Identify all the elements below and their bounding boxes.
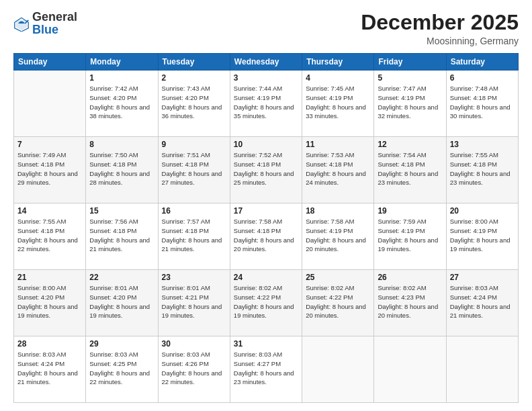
- col-wednesday: Wednesday: [230, 54, 302, 71]
- day-info: Sunrise: 8:03 AMSunset: 4:27 PMDaylight:…: [234, 350, 298, 387]
- day-info: Sunrise: 8:03 AMSunset: 4:26 PMDaylight:…: [162, 350, 226, 387]
- table-row: 13Sunrise: 7:55 AMSunset: 4:18 PMDayligh…: [446, 137, 518, 203]
- col-thursday: Thursday: [302, 54, 374, 71]
- day-number: 2: [162, 73, 226, 83]
- table-row: 23Sunrise: 8:01 AMSunset: 4:21 PMDayligh…: [158, 270, 230, 336]
- calendar-page: General Blue December 2025 Moosinning, G…: [0, 0, 532, 411]
- table-row: [302, 336, 374, 403]
- day-number: 22: [89, 273, 154, 282]
- table-row: 9Sunrise: 7:51 AMSunset: 4:18 PMDaylight…: [158, 137, 230, 203]
- day-number: 1: [89, 73, 154, 83]
- day-number: 6: [450, 73, 515, 83]
- day-number: 29: [89, 339, 154, 349]
- table-row: [446, 336, 518, 403]
- day-number: 30: [162, 339, 226, 349]
- day-info: Sunrise: 8:03 AMSunset: 4:25 PMDaylight:…: [89, 350, 154, 387]
- day-number: 21: [17, 273, 82, 282]
- month-title: December 2025: [361, 11, 519, 34]
- day-number: 12: [378, 140, 442, 149]
- day-info: Sunrise: 7:52 AMSunset: 4:18 PMDaylight:…: [234, 150, 298, 187]
- day-number: 28: [17, 339, 82, 349]
- day-info: Sunrise: 8:03 AMSunset: 4:24 PMDaylight:…: [450, 283, 515, 320]
- day-number: 15: [89, 206, 154, 216]
- table-row: 4Sunrise: 7:45 AMSunset: 4:19 PMDaylight…: [302, 71, 374, 137]
- table-row: [374, 336, 446, 403]
- table-row: [14, 71, 86, 137]
- day-number: 4: [306, 73, 370, 83]
- table-row: 8Sunrise: 7:50 AMSunset: 4:18 PMDaylight…: [86, 137, 158, 203]
- day-info: Sunrise: 7:42 AMSunset: 4:20 PMDaylight:…: [89, 84, 154, 121]
- day-info: Sunrise: 8:02 AMSunset: 4:22 PMDaylight:…: [306, 283, 370, 320]
- day-info: Sunrise: 7:56 AMSunset: 4:18 PMDaylight:…: [89, 217, 154, 254]
- day-number: 5: [378, 73, 442, 83]
- calendar-table: Sunday Monday Tuesday Wednesday Thursday…: [13, 53, 519, 403]
- day-number: 19: [378, 206, 442, 216]
- day-number: 24: [234, 273, 298, 282]
- day-number: 10: [234, 140, 298, 149]
- day-info: Sunrise: 7:55 AMSunset: 4:18 PMDaylight:…: [450, 150, 515, 187]
- table-row: 3Sunrise: 7:44 AMSunset: 4:19 PMDaylight…: [230, 71, 302, 137]
- header: General Blue December 2025 Moosinning, G…: [13, 11, 519, 46]
- day-number: 18: [306, 206, 370, 216]
- title-block: December 2025 Moosinning, Germany: [361, 11, 519, 46]
- day-number: 31: [234, 339, 298, 349]
- day-info: Sunrise: 8:03 AMSunset: 4:24 PMDaylight:…: [17, 350, 82, 387]
- table-row: 2Sunrise: 7:43 AMSunset: 4:20 PMDaylight…: [158, 71, 230, 137]
- calendar-week-row: 14Sunrise: 7:55 AMSunset: 4:18 PMDayligh…: [14, 203, 519, 270]
- table-row: 30Sunrise: 8:03 AMSunset: 4:26 PMDayligh…: [158, 336, 230, 403]
- day-info: Sunrise: 7:50 AMSunset: 4:18 PMDaylight:…: [89, 150, 154, 187]
- day-number: 26: [378, 273, 442, 282]
- table-row: 17Sunrise: 7:58 AMSunset: 4:18 PMDayligh…: [230, 203, 302, 270]
- day-info: Sunrise: 7:43 AMSunset: 4:20 PMDaylight:…: [162, 84, 226, 121]
- calendar-week-row: 28Sunrise: 8:03 AMSunset: 4:24 PMDayligh…: [14, 336, 519, 403]
- day-info: Sunrise: 7:54 AMSunset: 4:18 PMDaylight:…: [378, 150, 442, 187]
- table-row: 21Sunrise: 8:00 AMSunset: 4:20 PMDayligh…: [14, 270, 86, 336]
- day-info: Sunrise: 8:02 AMSunset: 4:22 PMDaylight:…: [234, 283, 298, 320]
- col-friday: Friday: [374, 54, 446, 71]
- day-number: 16: [162, 206, 226, 216]
- day-info: Sunrise: 8:01 AMSunset: 4:21 PMDaylight:…: [162, 283, 226, 320]
- day-info: Sunrise: 7:57 AMSunset: 4:18 PMDaylight:…: [162, 217, 226, 254]
- day-info: Sunrise: 8:00 AMSunset: 4:19 PMDaylight:…: [450, 217, 515, 254]
- day-info: Sunrise: 7:44 AMSunset: 4:19 PMDaylight:…: [234, 84, 298, 121]
- col-saturday: Saturday: [446, 54, 518, 71]
- logo-general: General: [32, 10, 77, 24]
- col-sunday: Sunday: [14, 54, 86, 71]
- logo: General Blue: [13, 11, 77, 36]
- table-row: 25Sunrise: 8:02 AMSunset: 4:22 PMDayligh…: [302, 270, 374, 336]
- table-row: 12Sunrise: 7:54 AMSunset: 4:18 PMDayligh…: [374, 137, 446, 203]
- table-row: 24Sunrise: 8:02 AMSunset: 4:22 PMDayligh…: [230, 270, 302, 336]
- table-row: 15Sunrise: 7:56 AMSunset: 4:18 PMDayligh…: [86, 203, 158, 270]
- table-row: 6Sunrise: 7:48 AMSunset: 4:18 PMDaylight…: [446, 71, 518, 137]
- day-number: 3: [234, 73, 298, 83]
- day-info: Sunrise: 7:53 AMSunset: 4:18 PMDaylight:…: [306, 150, 370, 187]
- header-row: Sunday Monday Tuesday Wednesday Thursday…: [14, 54, 519, 71]
- day-info: Sunrise: 7:48 AMSunset: 4:18 PMDaylight:…: [450, 84, 515, 121]
- table-row: 27Sunrise: 8:03 AMSunset: 4:24 PMDayligh…: [446, 270, 518, 336]
- table-row: 5Sunrise: 7:47 AMSunset: 4:19 PMDaylight…: [374, 71, 446, 137]
- day-number: 7: [17, 140, 82, 149]
- day-number: 20: [450, 206, 515, 216]
- table-row: 26Sunrise: 8:02 AMSunset: 4:23 PMDayligh…: [374, 270, 446, 336]
- day-info: Sunrise: 7:51 AMSunset: 4:18 PMDaylight:…: [162, 150, 226, 187]
- day-info: Sunrise: 7:55 AMSunset: 4:18 PMDaylight:…: [17, 217, 82, 254]
- table-row: 31Sunrise: 8:03 AMSunset: 4:27 PMDayligh…: [230, 336, 302, 403]
- calendar-week-row: 7Sunrise: 7:49 AMSunset: 4:18 PMDaylight…: [14, 137, 519, 203]
- day-info: Sunrise: 7:45 AMSunset: 4:19 PMDaylight:…: [306, 84, 370, 121]
- day-info: Sunrise: 8:00 AMSunset: 4:20 PMDaylight:…: [17, 283, 82, 320]
- day-info: Sunrise: 7:49 AMSunset: 4:18 PMDaylight:…: [17, 150, 82, 187]
- day-number: 11: [306, 140, 370, 149]
- table-row: 10Sunrise: 7:52 AMSunset: 4:18 PMDayligh…: [230, 137, 302, 203]
- day-info: Sunrise: 7:59 AMSunset: 4:19 PMDaylight:…: [378, 217, 442, 254]
- location: Moosinning, Germany: [361, 36, 519, 46]
- logo-icon: [13, 15, 30, 32]
- logo-blue: Blue: [32, 23, 58, 36]
- day-number: 27: [450, 273, 515, 282]
- day-info: Sunrise: 7:58 AMSunset: 4:19 PMDaylight:…: [306, 217, 370, 254]
- table-row: 22Sunrise: 8:01 AMSunset: 4:20 PMDayligh…: [86, 270, 158, 336]
- table-row: 28Sunrise: 8:03 AMSunset: 4:24 PMDayligh…: [14, 336, 86, 403]
- day-number: 9: [162, 140, 226, 149]
- calendar-week-row: 1Sunrise: 7:42 AMSunset: 4:20 PMDaylight…: [14, 71, 519, 137]
- table-row: 18Sunrise: 7:58 AMSunset: 4:19 PMDayligh…: [302, 203, 374, 270]
- table-row: 20Sunrise: 8:00 AMSunset: 4:19 PMDayligh…: [446, 203, 518, 270]
